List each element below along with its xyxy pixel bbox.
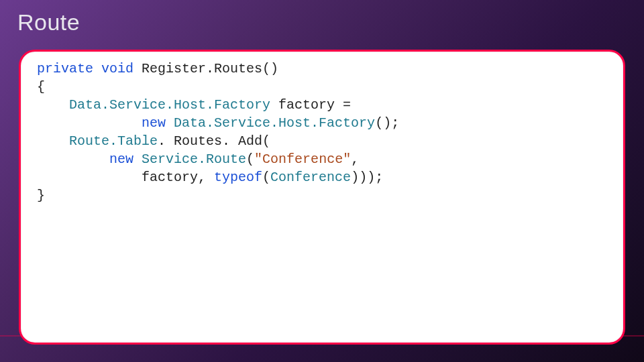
paren: ( bbox=[262, 170, 270, 185]
type-routetable: Route.Table bbox=[69, 133, 158, 149]
paren: ( bbox=[246, 152, 254, 167]
brace-open: { bbox=[37, 79, 45, 95]
type-factory-new: Data.Service.Host.Factory bbox=[174, 115, 375, 131]
keyword-private: private bbox=[37, 61, 93, 76]
string-literal: "Conference" bbox=[254, 152, 351, 167]
type-serviceroute: Service.Route bbox=[142, 152, 246, 167]
slide: Route private void Register.Routes() { D… bbox=[0, 0, 644, 362]
code-block: private void Register.Routes() { Data.Se… bbox=[37, 60, 607, 204]
keyword-typeof: typeof bbox=[214, 170, 262, 185]
code-panel: private void Register.Routes() { Data.Se… bbox=[19, 50, 625, 345]
keyword-new: new bbox=[142, 115, 166, 131]
type-conference: Conference bbox=[270, 170, 351, 185]
code-text: . Routes. Add( bbox=[158, 133, 270, 149]
code-text: factory = bbox=[270, 97, 351, 113]
method-name: Register.Routes() bbox=[142, 61, 278, 76]
paren-close: ))); bbox=[351, 170, 383, 185]
code-text: (); bbox=[375, 115, 399, 131]
type-factory-decl: Data.Service.Host.Factory bbox=[69, 97, 270, 113]
brace-close: } bbox=[37, 188, 45, 203]
keyword-new: new bbox=[109, 152, 133, 167]
code-text: factory, bbox=[142, 170, 214, 185]
slide-title: Route bbox=[0, 0, 644, 36]
comma: , bbox=[351, 152, 359, 167]
keyword-void: void bbox=[101, 61, 133, 76]
